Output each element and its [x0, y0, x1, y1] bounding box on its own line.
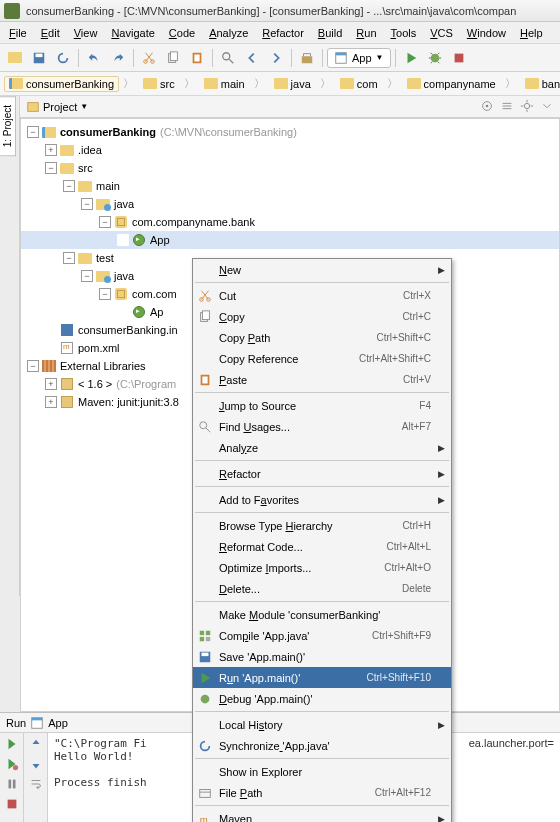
breadcrumb-src[interactable]: src — [138, 76, 180, 92]
tree-toggle[interactable]: + — [45, 396, 57, 408]
svg-rect-22 — [12, 780, 15, 789]
breadcrumb-consumerbanking[interactable]: consumerBanking — [4, 76, 119, 92]
tree-item-main[interactable]: −main — [21, 177, 559, 195]
soft-wrap-button[interactable] — [29, 777, 43, 793]
menu-item-optimize-imports[interactable]: Optimize Imports...Ctrl+Alt+O — [193, 557, 451, 578]
menu-item-file-path[interactable]: File PathCtrl+Alt+F12 — [193, 782, 451, 803]
cut-button[interactable] — [138, 47, 160, 69]
breadcrumb-com[interactable]: com — [335, 76, 383, 92]
undo-button[interactable] — [83, 47, 105, 69]
debug-button[interactable] — [424, 47, 446, 69]
breadcrumb-bank[interactable]: bank — [520, 76, 560, 92]
tree-item-java[interactable]: −java — [21, 195, 559, 213]
run-button[interactable] — [400, 47, 422, 69]
project-view-selector[interactable]: Project ▼ — [26, 100, 88, 114]
menu-item-save-app-main[interactable]: Save 'App.main()' — [193, 646, 451, 667]
menu-item-reformat-code[interactable]: Reformat Code...Ctrl+Alt+L — [193, 536, 451, 557]
menu-window[interactable]: Window — [460, 25, 513, 41]
up-trace-button[interactable] — [29, 737, 43, 753]
menu-item-refactor[interactable]: Refactor▶ — [193, 463, 451, 484]
menu-item-show-in-explorer[interactable]: Show in Explorer — [193, 761, 451, 782]
rerun-failed-button[interactable] — [5, 757, 19, 773]
menu-item-copy[interactable]: CopyCtrl+C — [193, 306, 451, 327]
tree-toggle[interactable]: + — [45, 144, 57, 156]
tree-item-consumerbanking[interactable]: −consumerBanking(C:\MVN\consumerBanking) — [21, 123, 559, 141]
tree-toggle[interactable]: − — [27, 360, 39, 372]
run-config-selector[interactable]: App ▼ — [327, 48, 391, 68]
menu-item-add-to-favorites[interactable]: Add to Favorites▶ — [193, 489, 451, 510]
tree-toggle[interactable]: − — [27, 126, 39, 138]
menu-help[interactable]: Help — [513, 25, 550, 41]
tree-item--idea[interactable]: +.idea — [21, 141, 559, 159]
menu-refactor[interactable]: Refactor — [255, 25, 311, 41]
tree-toggle[interactable]: − — [63, 252, 75, 264]
pause-button[interactable] — [5, 777, 19, 793]
back-button[interactable] — [241, 47, 263, 69]
down-trace-button[interactable] — [29, 757, 43, 773]
menu-item-jump-to-source[interactable]: Jump to SourceF4 — [193, 395, 451, 416]
sync-button[interactable] — [52, 47, 74, 69]
tree-item-app[interactable]: App — [21, 231, 559, 249]
menu-tools[interactable]: Tools — [384, 25, 424, 41]
menu-item-browse-type-hierarchy[interactable]: Browse Type HierarchyCtrl+H — [193, 515, 451, 536]
menu-edit[interactable]: Edit — [34, 25, 67, 41]
search-button[interactable] — [217, 47, 239, 69]
context-menu[interactable]: New▶CutCtrl+XCopyCtrl+CCopy PathCtrl+Shi… — [192, 258, 452, 822]
menu-item-make-module-consumerbanking[interactable]: Make Module 'consumerBanking' — [193, 604, 451, 625]
run-tab-label[interactable]: Run — [6, 717, 26, 729]
menu-item-run-app-main[interactable]: Run 'App.main()'Ctrl+Shift+F10 — [193, 667, 451, 688]
menu-item-copy-reference[interactable]: Copy ReferenceCtrl+Alt+Shift+C — [193, 348, 451, 369]
tree-toggle[interactable]: − — [81, 270, 93, 282]
tree-toggle[interactable]: − — [63, 180, 75, 192]
menu-item-new[interactable]: New▶ — [193, 259, 451, 280]
forward-button[interactable] — [265, 47, 287, 69]
tree-toggle[interactable]: − — [99, 288, 111, 300]
menu-item-debug-app-main[interactable]: Debug 'App.main()' — [193, 688, 451, 709]
menu-vcs[interactable]: VCS — [423, 25, 460, 41]
sidebar-tab-project[interactable]: 1: Project — [0, 96, 16, 156]
open-file-button[interactable] — [4, 47, 26, 69]
menu-item-copy-path[interactable]: Copy PathCtrl+Shift+C — [193, 327, 451, 348]
tree-toggle[interactable]: + — [45, 378, 57, 390]
menu-item-cut[interactable]: CutCtrl+X — [193, 285, 451, 306]
menu-item-maven[interactable]: mMaven▶ — [193, 808, 451, 822]
menu-analyze[interactable]: Analyze — [202, 25, 255, 41]
tree-label: pom.xml — [78, 342, 120, 354]
tree-item-src[interactable]: −src — [21, 159, 559, 177]
submenu-arrow-icon: ▶ — [438, 265, 445, 275]
menu-build[interactable]: Build — [311, 25, 349, 41]
menu-item-find-usages[interactable]: Find Usages...Alt+F7 — [193, 416, 451, 437]
menu-item-paste[interactable]: PasteCtrl+V — [193, 369, 451, 390]
save-button[interactable] — [28, 47, 50, 69]
redo-button[interactable] — [107, 47, 129, 69]
tree-label: consumerBanking — [60, 126, 156, 138]
menu-item-synchronize-app-java[interactable]: Synchronize 'App.java' — [193, 735, 451, 756]
breadcrumb-companyname[interactable]: companyname — [402, 76, 501, 92]
rerun-button[interactable] — [5, 737, 19, 753]
autoscroll-button[interactable] — [480, 99, 494, 115]
menu-item-analyze[interactable]: Analyze▶ — [193, 437, 451, 458]
menu-item-delete[interactable]: Delete...Delete — [193, 578, 451, 599]
menu-navigate[interactable]: Navigate — [104, 25, 161, 41]
copy-button[interactable] — [162, 47, 184, 69]
stop-run-button[interactable] — [5, 797, 19, 813]
collapse-all-button[interactable] — [500, 99, 514, 115]
menu-item-compile-app-java[interactable]: Compile 'App.java'Ctrl+Shift+F9 — [193, 625, 451, 646]
make-button[interactable] — [296, 47, 318, 69]
menu-run[interactable]: Run — [349, 25, 383, 41]
breadcrumb-main[interactable]: main — [199, 76, 250, 92]
hide-button[interactable] — [540, 99, 554, 115]
menu-view[interactable]: View — [67, 25, 105, 41]
tree-toggle[interactable]: − — [45, 162, 57, 174]
stop-button[interactable] — [448, 47, 470, 69]
svg-point-20 — [12, 765, 17, 770]
menu-code[interactable]: Code — [162, 25, 202, 41]
tree-item-com-companyname-bank[interactable]: −com.companyname.bank — [21, 213, 559, 231]
tree-toggle[interactable]: − — [81, 198, 93, 210]
settings-button[interactable] — [520, 99, 534, 115]
tree-toggle[interactable]: − — [99, 216, 111, 228]
paste-button[interactable] — [186, 47, 208, 69]
menu-item-local-history[interactable]: Local History▶ — [193, 714, 451, 735]
menu-file[interactable]: File — [2, 25, 34, 41]
breadcrumb-java[interactable]: java — [269, 76, 316, 92]
